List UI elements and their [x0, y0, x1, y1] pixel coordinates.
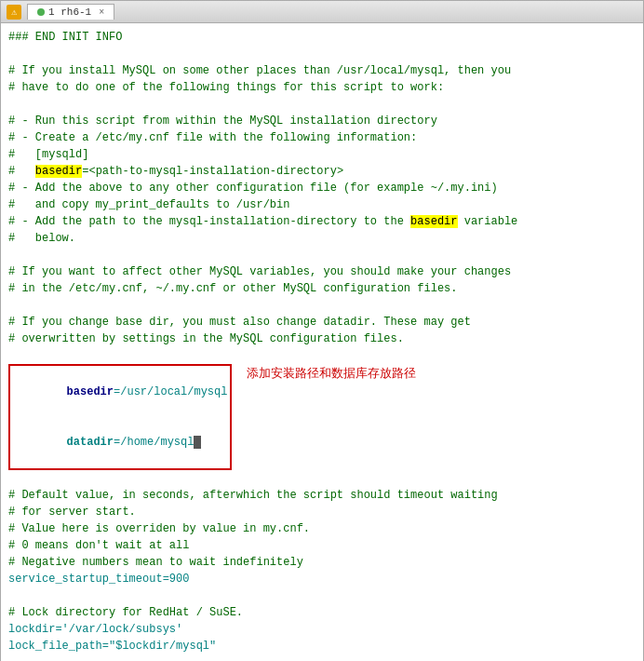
tab-dot: [37, 8, 45, 16]
code-line: [8, 96, 636, 113]
code-line: # overwritten by settings in the MySQL c…: [8, 330, 636, 347]
highlight-basedir2: basedir: [410, 215, 457, 228]
code-line: # If you change base dir, you must also …: [8, 314, 636, 330]
code-line: # - Create a /etc/my.cnf file with the f…: [8, 129, 636, 146]
code-line: # If you install MySQL on some other pla…: [8, 62, 636, 79]
code-line: ### END INIT INFO: [8, 29, 636, 46]
code-line: [8, 297, 636, 314]
code-line: [8, 654, 636, 661]
code-line: # basedir=<path-to-mysql-installation-di…: [8, 163, 636, 180]
code-line: # in the /etc/my.cnf, ~/.my.cnf or other…: [8, 280, 636, 297]
title-bar: ⚠ 1 rh6-1 ×: [1, 1, 643, 23]
lockfile-line: lock_file_path="$lockdir/mysql": [8, 638, 636, 654]
code-line: # If you want to affect other MySQL vari…: [8, 263, 636, 280]
app-icon: ⚠: [7, 5, 21, 20]
main-window: ⚠ 1 rh6-1 × ### END INIT INFO # If you i…: [0, 0, 644, 661]
highlight-basedir: basedir: [35, 165, 82, 178]
code-line: [8, 347, 636, 364]
code-line: # for server start.: [8, 504, 636, 520]
code-line: # - Run this script from within the MySQ…: [8, 113, 636, 129]
service-startup-line: service_startup_timeout=900: [8, 571, 636, 587]
code-line: # and copy my_print_defaults to /usr/bin: [8, 196, 636, 213]
code-line: # Value here is overriden by value in my…: [8, 520, 636, 537]
code-line: # [mysqld]: [8, 146, 636, 163]
code-line: [8, 46, 636, 62]
basedir-var: basedir: [67, 385, 114, 398]
code-line: [8, 587, 636, 604]
datadir-val: =/home/mysql: [114, 436, 194, 449]
lockdir-line: lockdir='/var/lock/subsys': [8, 621, 636, 638]
code-line: # have to do one of the following things…: [8, 79, 636, 96]
code-line: # - Add the above to any other configura…: [8, 180, 636, 196]
tab-close-button[interactable]: ×: [99, 7, 104, 18]
datadir-var: datadir: [67, 436, 114, 449]
code-line: # below.: [8, 230, 636, 247]
editor-tab[interactable]: 1 rh6-1 ×: [27, 4, 114, 20]
code-line: [8, 470, 636, 487]
code-line: # Negative numbers mean to wait indefini…: [8, 554, 636, 571]
basedir-block-line: basedir=/usr/local/mysql datadir=/home/m…: [8, 364, 636, 470]
basedir-val: =/usr/local/mysql: [114, 385, 227, 398]
editor-area[interactable]: ### END INIT INFO # If you install MySQL…: [1, 23, 643, 661]
code-line: # - Add the path to the mysql-installati…: [8, 213, 636, 230]
tab-label: 1 rh6-1: [48, 7, 91, 18]
text-cursor: [194, 436, 201, 449]
code-line: # Lock directory for RedHat / SuSE.: [8, 604, 636, 621]
annotation-text: 添加安装路径和数据库存放路径: [247, 364, 416, 383]
code-line: # 0 means don't wait at all: [8, 537, 636, 554]
code-line: # Default value, in seconds, afterwhich …: [8, 487, 636, 504]
code-line: [8, 247, 636, 263]
